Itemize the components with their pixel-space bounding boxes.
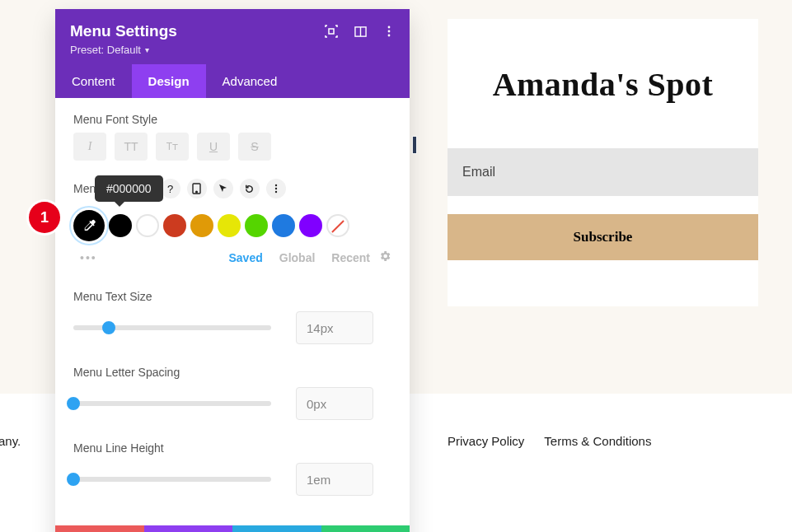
swatch-white[interactable] xyxy=(136,214,159,237)
text-color-label-row: #000000 Menu Text Col or ? xyxy=(73,179,391,198)
tab-content[interactable]: Content xyxy=(55,64,132,98)
expand-icon[interactable] xyxy=(325,25,338,38)
annotation-badge-1: 1 xyxy=(29,202,60,233)
italic-button[interactable]: I xyxy=(73,133,106,161)
font-style-label: Menu Font Style xyxy=(73,113,391,126)
redo-button[interactable] xyxy=(232,525,321,532)
svg-point-7 xyxy=(196,191,198,193)
svg-point-4 xyxy=(388,30,391,33)
preset-label: Preset: Default xyxy=(70,44,141,56)
letter-spacing-value[interactable] xyxy=(296,387,373,420)
svg-rect-0 xyxy=(329,29,334,34)
swatch-red[interactable] xyxy=(163,214,186,237)
footer-text-fragment: any. xyxy=(0,434,21,448)
underline-button[interactable]: U xyxy=(197,133,230,161)
svg-point-10 xyxy=(275,191,277,193)
line-height-value[interactable] xyxy=(296,463,373,496)
swatch-blue[interactable] xyxy=(272,214,295,237)
slider-thumb[interactable] xyxy=(102,321,115,334)
svg-point-3 xyxy=(388,26,391,29)
swatch-green[interactable] xyxy=(245,214,268,237)
palette-tab-saved[interactable]: Saved xyxy=(221,251,271,264)
line-height-label: Menu Line Height xyxy=(73,441,391,455)
text-size-label: Menu Text Size xyxy=(73,290,391,303)
help-icon[interactable]: ? xyxy=(161,179,180,198)
swatch-none[interactable] xyxy=(326,214,349,237)
swatch-orange[interactable] xyxy=(190,214,213,237)
privacy-policy-link[interactable]: Privacy Policy xyxy=(448,434,524,448)
slider-thumb[interactable] xyxy=(67,473,80,486)
email-field[interactable] xyxy=(448,148,758,196)
palette-tab-global[interactable]: Global xyxy=(271,251,324,264)
more-swatches-button[interactable]: ••• xyxy=(73,251,101,264)
tab-design[interactable]: Design xyxy=(132,64,206,98)
color-swatch-row xyxy=(73,210,391,241)
swatch-purple[interactable] xyxy=(299,214,322,237)
palette-settings-icon[interactable] xyxy=(378,250,391,265)
reset-icon[interactable] xyxy=(240,179,260,198)
more-icon[interactable] xyxy=(266,179,286,198)
panel-tabs: Content Design Advanced xyxy=(55,64,410,98)
swatch-black[interactable] xyxy=(109,214,132,237)
text-size-slider[interactable] xyxy=(73,325,271,330)
more-vertical-icon[interactable] xyxy=(383,26,395,37)
device-icon[interactable] xyxy=(187,179,207,198)
stray-page-element xyxy=(412,136,417,154)
eyedropper-button[interactable] xyxy=(73,210,105,241)
letter-spacing-slider[interactable] xyxy=(73,401,271,406)
titlecase-button[interactable]: Tᴛ xyxy=(156,133,189,161)
columns-icon[interactable] xyxy=(354,26,367,38)
text-size-value[interactable] xyxy=(296,311,373,344)
tab-advanced[interactable]: Advanced xyxy=(206,64,294,98)
slider-thumb[interactable] xyxy=(67,397,80,410)
preset-dropdown[interactable]: Preset: Default ▾ xyxy=(70,44,395,56)
menu-settings-panel: Menu Settings Preset: Default ▾ Content … xyxy=(55,9,410,532)
palette-tab-recent[interactable]: Recent xyxy=(323,251,378,264)
swatch-yellow[interactable] xyxy=(218,214,241,237)
confirm-button[interactable] xyxy=(321,525,410,532)
signup-card: Amanda's Spot Subscribe xyxy=(448,19,758,306)
svg-point-5 xyxy=(388,35,391,37)
subscribe-button[interactable]: Subscribe xyxy=(448,214,758,260)
terms-link[interactable]: Terms & Conditions xyxy=(544,434,651,448)
strikethrough-button[interactable]: S xyxy=(238,133,271,161)
chevron-down-icon: ▾ xyxy=(145,45,149,54)
cancel-button[interactable] xyxy=(55,525,144,532)
panel-title: Menu Settings xyxy=(70,22,177,40)
svg-point-9 xyxy=(275,188,277,189)
color-value-tooltip: #000000 xyxy=(95,175,163,202)
svg-point-8 xyxy=(275,184,277,186)
undo-button[interactable] xyxy=(144,525,233,532)
letter-spacing-label: Menu Letter Spacing xyxy=(73,366,391,379)
cursor-icon[interactable] xyxy=(213,179,233,198)
line-height-slider[interactable] xyxy=(73,477,271,482)
uppercase-button[interactable]: TT xyxy=(115,133,148,161)
brand-title: Amanda's Spot xyxy=(448,65,758,104)
